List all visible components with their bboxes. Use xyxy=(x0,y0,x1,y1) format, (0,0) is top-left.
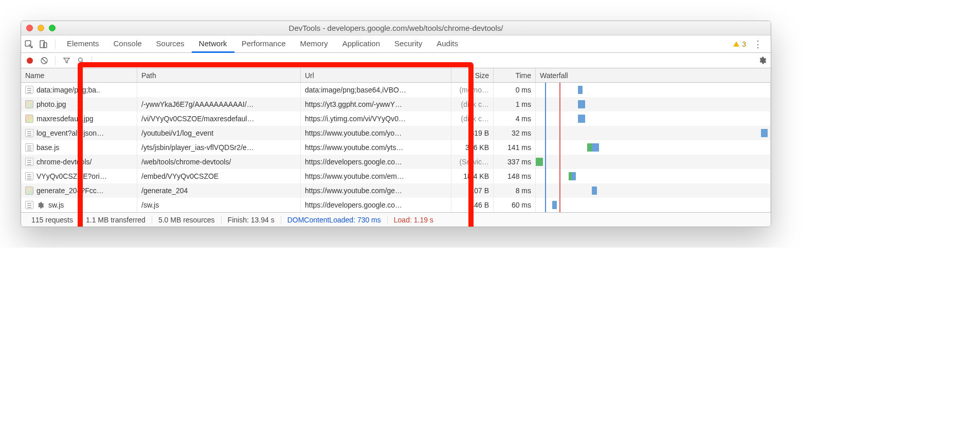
cell-url: https://i.ytimg.com/vi/VYyQv0… xyxy=(301,111,451,126)
waterfall-bar xyxy=(592,186,596,195)
cell-name: maxresdefault.jpg xyxy=(21,111,137,126)
table-row[interactable]: log_event?alt=json…/youtubei/v1/log_even… xyxy=(21,126,771,140)
panel-tabs: ElementsConsoleSourcesNetworkPerformance… xyxy=(60,35,465,53)
cell-name: photo.jpg xyxy=(21,97,137,111)
table-row[interactable]: VYyQv0CSZOE?ori…/embed/VYyQv0CSZOEhttps:… xyxy=(21,169,771,183)
tab-application[interactable]: Application xyxy=(335,35,387,53)
file-icon xyxy=(25,201,33,209)
file-icon xyxy=(25,129,33,137)
tab-security[interactable]: Security xyxy=(387,35,429,53)
maximize-window-button[interactable] xyxy=(49,25,56,31)
cell-name: chrome-devtools/ xyxy=(21,155,137,169)
tab-memory[interactable]: Memory xyxy=(293,35,335,53)
cell-path: /youtubei/v1/log_event xyxy=(137,126,301,140)
tab-performance[interactable]: Performance xyxy=(234,35,293,53)
cell-name: log_event?alt=json… xyxy=(21,126,137,140)
file-name: photo.jpg xyxy=(37,100,66,108)
cell-url: https://www.youtube.com/ge… xyxy=(301,183,451,198)
gear-icon xyxy=(758,56,767,65)
table-row[interactable]: base.js/yts/jsbin/player_ias-vflVQDSr2/e… xyxy=(21,140,771,155)
status-load: Load: 1.19 s xyxy=(388,216,440,224)
search-button[interactable] xyxy=(75,55,86,66)
status-bar: 115 requests 1.1 MB transferred 5.0 MB r… xyxy=(21,212,771,227)
warnings-badge[interactable]: 3 xyxy=(733,40,746,48)
cell-path: /embed/VYyQv0CSZOE xyxy=(137,169,301,183)
column-header-size[interactable]: Size xyxy=(451,68,494,82)
filter-button[interactable] xyxy=(61,55,72,66)
cell-waterfall xyxy=(536,83,771,97)
cell-time: 337 ms xyxy=(494,155,536,169)
cell-size: 396 KB xyxy=(451,140,494,155)
status-transferred: 1.1 MB transferred xyxy=(80,216,152,224)
column-header-path[interactable]: Path xyxy=(137,68,301,82)
cell-name: base.js xyxy=(21,140,137,155)
column-header-url[interactable]: Url xyxy=(301,68,451,82)
tab-sources[interactable]: Sources xyxy=(149,35,192,53)
cell-path: /yts/jsbin/player_ias-vflVQDSr2/e… xyxy=(137,140,301,155)
tab-network[interactable]: Network xyxy=(192,35,234,53)
network-toolbar xyxy=(21,53,771,68)
cell-name: generate_204?Fcc… xyxy=(21,183,137,198)
table-row[interactable]: data:image/png;ba..data:image/png;base64… xyxy=(21,83,771,97)
status-resources: 5.0 MB resources xyxy=(152,216,222,224)
cell-waterfall xyxy=(536,183,771,198)
warnings-count: 3 xyxy=(742,40,746,48)
cell-time: 148 ms xyxy=(494,169,536,183)
status-finish: Finish: 13.94 s xyxy=(222,216,281,224)
devtools-window: DevTools - developers.google.com/web/too… xyxy=(21,21,771,227)
column-header-waterfall[interactable]: Waterfall xyxy=(536,68,771,82)
cell-path xyxy=(137,83,301,97)
waterfall-bar xyxy=(761,129,768,137)
dcl-value: 730 ms xyxy=(357,216,381,224)
file-icon xyxy=(25,158,33,166)
file-name: base.js xyxy=(37,143,59,152)
load-value: 1.19 s xyxy=(414,216,433,224)
waterfall-bar xyxy=(552,201,557,209)
cell-path: /generate_204 xyxy=(137,183,301,198)
tab-audits[interactable]: Audits xyxy=(429,35,465,53)
minimize-window-button[interactable] xyxy=(38,25,44,31)
file-icon xyxy=(25,186,33,195)
tab-elements[interactable]: Elements xyxy=(60,35,106,53)
record-button[interactable] xyxy=(24,55,35,66)
clear-button[interactable] xyxy=(39,55,50,66)
cell-waterfall xyxy=(536,169,771,183)
dcl-label: DOMContentLoaded: xyxy=(287,216,357,224)
titlebar: DevTools - developers.google.com/web/too… xyxy=(21,21,771,35)
cell-url: data:image/png;base64,iVBO… xyxy=(301,83,451,97)
cell-time: 60 ms xyxy=(494,198,536,212)
table-row[interactable]: generate_204?Fcc…/generate_204https://ww… xyxy=(21,183,771,198)
table-row[interactable]: maxresdefault.jpg/vi/VYyQv0CSZOE/maxresd… xyxy=(21,111,771,126)
cell-time: 4 ms xyxy=(494,111,536,126)
cell-url: https://www.youtube.com/em… xyxy=(301,169,451,183)
settings-button[interactable] xyxy=(756,55,768,66)
tab-console[interactable]: Console xyxy=(106,35,149,53)
cell-url: https://developers.google.co… xyxy=(301,198,451,212)
cell-url: https://developers.google.co… xyxy=(301,155,451,169)
file-name: sw.js xyxy=(48,201,64,209)
cell-size: (Servic… xyxy=(451,155,494,169)
network-table-header: Name Path Url Size Time Waterfall xyxy=(21,68,771,83)
cell-size: (disk c… xyxy=(451,97,494,111)
table-row[interactable]: photo.jpg/-ywwYkaJ6E7g/AAAAAAAAAAI/…http… xyxy=(21,97,771,111)
cell-size: 18.4 KB xyxy=(451,169,494,183)
table-row[interactable]: sw.js/sw.jshttps://developers.google.co…… xyxy=(21,198,771,212)
cell-url: https://yt3.ggpht.com/-ywwY… xyxy=(301,97,451,111)
cell-time: 1 ms xyxy=(494,97,536,111)
table-row[interactable]: chrome-devtools//web/tools/chrome-devtoo… xyxy=(21,155,771,169)
column-header-time[interactable]: Time xyxy=(494,68,536,82)
panel-tabstrip: ElementsConsoleSourcesNetworkPerformance… xyxy=(21,35,771,53)
cell-path: /-ywwYkaJ6E7g/AAAAAAAAAAI/… xyxy=(137,97,301,111)
cell-time: 32 ms xyxy=(494,126,536,140)
cell-url: https://www.youtube.com/yts… xyxy=(301,140,451,155)
more-menu-icon[interactable]: ⋮ xyxy=(750,39,766,50)
waterfall-bar xyxy=(578,100,585,108)
close-window-button[interactable] xyxy=(26,25,33,31)
search-icon xyxy=(77,57,85,64)
device-toolbar-icon[interactable] xyxy=(39,40,48,49)
cell-waterfall xyxy=(536,126,771,140)
inspect-icon[interactable] xyxy=(24,40,33,49)
cell-name: data:image/png;ba.. xyxy=(21,83,137,97)
waterfall-bar xyxy=(578,86,583,94)
column-header-name[interactable]: Name xyxy=(21,68,137,82)
